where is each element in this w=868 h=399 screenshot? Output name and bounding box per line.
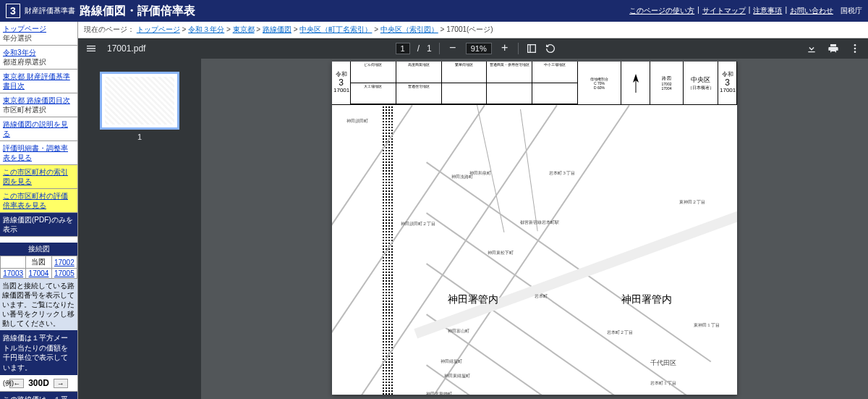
sidebar-link-top[interactable]: トップページ [3, 24, 75, 33]
street-label: 岩本町１丁目 [650, 380, 676, 387]
sidebar-sub-0: 年分選択 [3, 33, 75, 43]
sidebar-sub-3: 市区町村選択 [3, 105, 75, 114]
adj-link-17005[interactable]: 17005 [54, 269, 75, 277]
title-small: 財産評価基準書 [25, 6, 75, 16]
menu-icon[interactable] [85, 43, 97, 54]
street-label: 神田和泉町 [469, 170, 491, 177]
header-link-usage[interactable]: このページの使い方 [629, 6, 694, 16]
sidebar-link-tokyo-rosen[interactable]: 東京都 路線価図目次 [3, 96, 75, 105]
title-main: 路線価図・評価倍率表 [80, 4, 195, 19]
street-label: 岩本町２丁目 [607, 329, 633, 336]
adj-link-17004[interactable]: 17004 [29, 269, 49, 277]
ward-sub: （日本橋署） [685, 85, 716, 91]
logo-number: 3 [6, 4, 20, 18]
sidebar-link-year[interactable]: 令和3年分 [3, 48, 75, 57]
area-label-2: 神田署管内 [621, 293, 672, 306]
breadcrumb-label: 現在のページ： [84, 25, 135, 33]
adjacent-title: 接続図 [0, 243, 77, 256]
adjacent-desc: 当図と接続している路線価図番号を表示しています。ご覧になりたい番号をクリックし移… [0, 279, 77, 330]
rate-value: 300D [28, 378, 49, 388]
location-codes: 路 図 17002 17004 [650, 62, 684, 104]
adj-link-17002[interactable]: 17002 [54, 259, 75, 266]
crumb-year[interactable]: 令和３年分 [188, 25, 224, 33]
sidebar-link-ratetable[interactable]: この市区町村の評価倍率表を見る [3, 191, 75, 210]
more-icon[interactable] [849, 43, 861, 54]
zoom-level[interactable]: 91% [466, 43, 492, 54]
street-label: 神田須田町２丁目 [401, 221, 435, 227]
info-example: この路線価は、１平方メートル当たり300,000円（借地権割合「D」は60%）を… [0, 392, 77, 399]
rate-next-button[interactable]: → [54, 379, 68, 388]
ratio-table: 借地権割合 C 70% D 60% [578, 62, 621, 104]
sidebar-link-ratesheet[interactable]: 評価明細書・調整率表を見る [3, 143, 75, 162]
rate-example-label: (例) [3, 379, 14, 388]
adj-cell-empty [1, 256, 26, 269]
header-links: このページの使い方| サイトマップ| 注意事項| お問い合わせ 国税庁 [629, 6, 862, 16]
street-label: 神田東紺屋町 [444, 373, 470, 379]
zoom-in-icon[interactable]: + [499, 43, 511, 54]
sidebar-link-tokyo-index[interactable]: 東京都 財産評価基準書目次 [3, 72, 75, 91]
thumbnail-1[interactable] [100, 72, 179, 130]
rotate-icon[interactable] [545, 43, 556, 54]
sidebar-link-indexmap[interactable]: この市区町村の索引図を見る [3, 167, 75, 186]
ward-name: 中央区 [685, 75, 716, 85]
breadcrumb: 現在のページ： トップページ > 令和３年分 > 東京都 > 路線価図 > 中央… [78, 22, 868, 38]
print-icon[interactable] [827, 43, 839, 54]
sidebar-pdf-only[interactable]: 路線価図(PDF)のみを表示 [0, 213, 77, 237]
street-label: 岩本町 [535, 293, 548, 300]
crumb-pref[interactable]: 東京都 [233, 25, 255, 33]
pdf-page[interactable]: 令和 3 17001 ビル街地区高度商業地区繁華街地区普通商業・併用住宅地区中小… [332, 62, 737, 395]
svg-rect-0 [527, 45, 535, 53]
adj-cell-current: 当図 [26, 256, 51, 269]
street-label: 神田紺屋町 [441, 358, 462, 365]
street-label: 岩本町３丁目 [549, 170, 575, 177]
adj-link-17003[interactable]: 17003 [3, 269, 23, 277]
download-icon[interactable] [806, 43, 817, 54]
legend-grid: ビル街地区高度商業地区繁華街地区普通商業・併用住宅地区中小工場地区 大工場地区普… [351, 62, 578, 104]
info-unit: 路線価は１平方メートル当たりの価額を千円単位で表示しています。 [0, 330, 77, 375]
sidebar-sub-1: 都道府県選択 [3, 57, 75, 67]
street-label: 神田東松下町 [488, 250, 514, 256]
svg-point-2 [854, 48, 856, 50]
zoom-out-icon[interactable]: − [447, 43, 459, 54]
chiyoda-label: 千代田区 [650, 358, 676, 368]
street-label: 神田富山町 [448, 328, 469, 335]
sheet-left: 17001 [333, 88, 349, 94]
pdf-filename: 17001.pdf [107, 43, 145, 54]
street-label: 東神田２丁目 [679, 199, 705, 206]
map-canvas: 神田署管内 神田署管内 千代田区 神田須田町 神田須田町２丁目 神田淡路町 神田… [332, 105, 737, 395]
crumb-ward-town[interactable]: 中央区（町丁名索引） [299, 25, 372, 33]
agency-label: 国税庁 [841, 6, 862, 16]
street-label: 東神田１丁目 [694, 322, 720, 329]
street-label: 都営新宿線岩本町駅 [520, 219, 559, 226]
sheet-right: 17001 [720, 88, 735, 94]
header-link-contact[interactable]: お問い合わせ [790, 6, 833, 16]
crumb-current: 17001(ページ) [446, 25, 493, 33]
adjacent-table: 当図 17002 17003 17004 17005 [0, 256, 77, 279]
thumbnail-label: 1 [137, 133, 142, 141]
street-label: 神田北乗物町 [426, 391, 452, 395]
street-label: 神田須田町 [346, 118, 368, 125]
sidebar-link-explain[interactable]: 路線価図の説明を見る [3, 119, 75, 138]
header-link-caution[interactable]: 注意事項 [753, 6, 782, 16]
thumbnail-panel: 1 [78, 59, 201, 399]
area-label-1: 神田署管内 [448, 293, 498, 306]
page-total: 1 [427, 43, 432, 54]
page-sep: / [417, 43, 420, 54]
fit-page-icon[interactable] [526, 43, 537, 54]
svg-point-1 [854, 44, 856, 46]
page-current-input[interactable]: 1 [396, 43, 410, 54]
pdf-viewer: 17001.pdf 1 / 1 − 91% + [78, 38, 868, 399]
header-link-sitemap[interactable]: サイトマップ [702, 6, 746, 16]
svg-point-3 [854, 51, 856, 53]
crumb-rosen[interactable]: 路線価図 [263, 25, 292, 33]
north-arrow-icon [621, 62, 650, 104]
crumb-ward-index[interactable]: 中央区（索引図） [380, 25, 438, 33]
crumb-top[interactable]: トップページ [137, 25, 180, 33]
sidebar: トップページ年分選択 令和3年分都道府県選択 東京都 財産評価基準書目次 東京都… [0, 22, 78, 399]
